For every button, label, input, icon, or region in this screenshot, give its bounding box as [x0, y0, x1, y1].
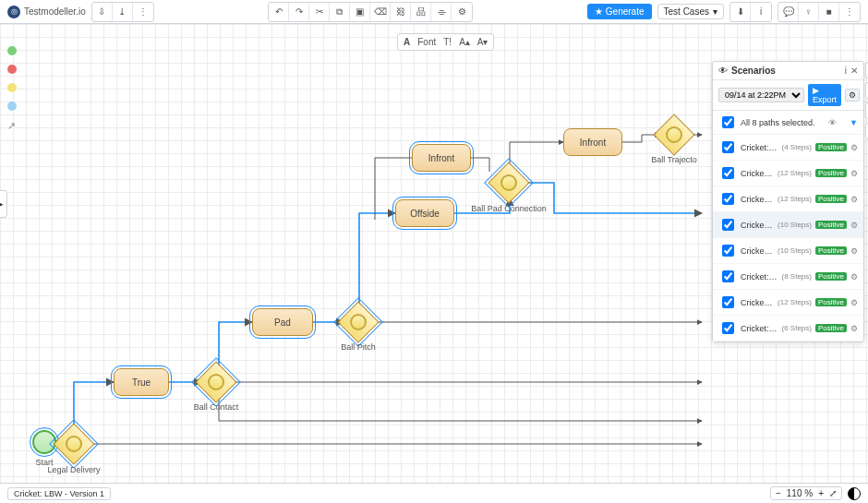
scenario-name: Cricket: LBW_Not Out3 [741, 246, 774, 256]
brand-name: Testmodeller.io [24, 6, 86, 17]
paste-icon[interactable]: ▣ [350, 3, 370, 21]
delete-icon[interactable]: ⌫ [370, 3, 391, 21]
scenario-settings-icon[interactable]: ⚙ [850, 298, 858, 307]
palette-green[interactable] [7, 46, 17, 55]
expand-handle[interactable]: ▸ [0, 190, 7, 218]
rb-download-icon[interactable]: ⬇ [730, 3, 751, 21]
zoom-out-icon[interactable]: − [776, 488, 781, 498]
export-button[interactable]: ▶ Export [808, 84, 841, 106]
scenario-item[interactable]: Cricket: LBW_Not Out(4 Steps)Positive⚙ [713, 135, 863, 161]
node-infront1[interactable]: Infront [412, 144, 471, 172]
font-decrease-icon[interactable]: A▾ [477, 37, 488, 47]
gateway-legal-delivery[interactable] [53, 423, 94, 464]
filter-icon[interactable]: ▼ [850, 118, 858, 127]
scenario-item[interactable]: Cricket: LBW_Out(12 Steps)Positive⚙ [713, 161, 863, 186]
visibility-icon[interactable]: 👁 [828, 118, 837, 127]
cut-icon[interactable]: ✂ [309, 3, 330, 21]
scenario-item[interactable]: Cricket: LBW_Out1(12 Steps)Positive⚙ [713, 290, 863, 316]
generate-button[interactable]: ★ Generate [587, 4, 652, 19]
test-cases-dropdown[interactable]: Test Cases ▾ [657, 4, 724, 19]
snapshot-select[interactable]: 09/14 at 2:22PM [718, 88, 804, 102]
undo-icon[interactable]: ↶ [269, 3, 289, 21]
scenarios-title: Scenarios [731, 66, 841, 76]
select-all-checkbox[interactable] [722, 116, 734, 128]
scenario-checkbox[interactable] [722, 193, 734, 205]
scenario-settings-icon[interactable]: ⚙ [850, 221, 858, 230]
scenario-steps: (12 Steps) [778, 195, 812, 203]
palette-blue[interactable] [7, 102, 17, 111]
scenario-badge: Positive [815, 195, 847, 203]
font-toolbar: A Font T! A▴ A▾ [397, 33, 494, 51]
scenario-checkbox[interactable] [722, 322, 734, 334]
scenarios-close-icon[interactable]: ✕ [850, 66, 858, 76]
main-toolbar: ⇩ ⤓ ⋮ [91, 2, 154, 22]
fit-icon[interactable]: ⤢ [829, 488, 837, 498]
chat-icon[interactable]: 💬 [778, 3, 799, 21]
tb-more-icon[interactable]: ⋮ [133, 3, 153, 21]
zoom-control[interactable]: − 110 % + ⤢ [770, 486, 842, 500]
palette-yellow[interactable] [7, 83, 17, 92]
zoom-value: 110 % [787, 488, 813, 498]
scenario-checkbox[interactable] [722, 245, 734, 257]
scenario-item[interactable]: Cricket: LBW_Not Out2(10 Steps)Positive⚙ [713, 212, 863, 238]
copy-icon[interactable]: ⧉ [330, 3, 350, 21]
node-true[interactable]: True [114, 368, 169, 396]
scenario-settings-icon[interactable]: ⚙ [850, 143, 858, 152]
tb-download-icon[interactable]: ⤓ [113, 3, 133, 21]
scenario-settings-icon[interactable]: ⚙ [850, 195, 858, 204]
scenario-steps: (10 Steps) [778, 246, 812, 255]
scenario-checkbox[interactable] [722, 270, 734, 282]
align-icon[interactable]: ⌯ [431, 3, 452, 21]
scenario-checkbox[interactable] [722, 219, 734, 231]
theme-toggle[interactable] [848, 487, 861, 500]
scenario-steps: (12 Steps) [778, 169, 812, 177]
palette-connector-icon[interactable]: ↗ [7, 120, 17, 129]
right-toolbar-2: 💬 ♀ ■ ⋮ [778, 2, 861, 22]
scenario-item[interactable]: Cricket: LBW_Not Out1(12 Steps)Positive⚙ [713, 186, 863, 212]
menu-icon[interactable]: ⋮ [839, 3, 860, 21]
link-icon[interactable]: ⛓ [391, 3, 411, 21]
node-infront2[interactable]: Infront [563, 128, 622, 156]
font-increase-icon[interactable]: A▴ [459, 37, 470, 47]
scenario-name: Cricket: LBW_Not Out2 [741, 221, 774, 230]
scenario-name: Cricket: LBW_Not Out1 [741, 195, 774, 204]
node-start[interactable] [32, 430, 56, 454]
scenario-checkbox[interactable] [722, 167, 734, 179]
font-select[interactable]: Font [417, 37, 436, 47]
redo-icon[interactable]: ↷ [289, 3, 309, 21]
zoom-in-icon[interactable]: + [818, 488, 824, 498]
record-icon[interactable]: ■ [819, 3, 839, 21]
rb-info-icon[interactable]: i [751, 3, 771, 21]
tb-import-icon[interactable]: ⇩ [92, 3, 113, 21]
gateway-ball-contact[interactable] [195, 361, 236, 402]
scenario-item[interactable]: Cricket: LBW_Not Out3(10 Steps)Positive⚙ [713, 238, 863, 264]
scenarios-info-icon[interactable]: i [845, 66, 847, 76]
scenario-item[interactable]: Cricket: LBW_Not Out5(6 Steps)Positive⚙ [713, 316, 863, 341]
scenario-settings-icon[interactable]: ⚙ [850, 246, 858, 256]
text-style-icon[interactable]: T! [443, 37, 452, 47]
scenario-badge: Positive [815, 272, 847, 281]
eye-icon[interactable]: 👁 [718, 66, 728, 76]
options-icon[interactable]: ⚙ [845, 89, 860, 102]
scenario-settings-icon[interactable]: ⚙ [850, 324, 858, 333]
node-offside[interactable]: Offside [395, 199, 454, 227]
scenario-checkbox[interactable] [722, 296, 734, 308]
scenario-checkbox[interactable] [722, 141, 734, 153]
scenario-settings-icon[interactable]: ⚙ [850, 169, 858, 178]
font-color-icon[interactable]: A [404, 37, 410, 47]
node-pad[interactable]: Pad [252, 308, 313, 336]
scenario-name: Cricket: LBW_Not Out [741, 143, 778, 152]
gateway-ball-trajectory[interactable] [653, 114, 694, 155]
palette-red[interactable] [7, 65, 17, 74]
scenario-name: Cricket: LBW_Not Out4 [741, 272, 778, 281]
settings-icon[interactable]: ⚙ [452, 3, 472, 21]
file-name[interactable]: Cricket: LBW - Version 1 [7, 487, 111, 500]
help-icon[interactable]: ♀ [799, 3, 819, 21]
gateway-ball-pitch[interactable] [337, 301, 379, 342]
gateway-legal-delivery-label: Legal Delivery [47, 465, 100, 474]
gateway-ball-pad[interactable] [488, 162, 529, 203]
scenario-settings-icon[interactable]: ⚙ [850, 272, 858, 281]
scenario-item[interactable]: Cricket: LBW_Not Out4(8 Steps)Positive⚙ [713, 264, 863, 290]
hierarchy-icon[interactable]: 品 [411, 3, 431, 21]
scenario-name: Cricket: LBW_Not Out5 [741, 324, 778, 333]
